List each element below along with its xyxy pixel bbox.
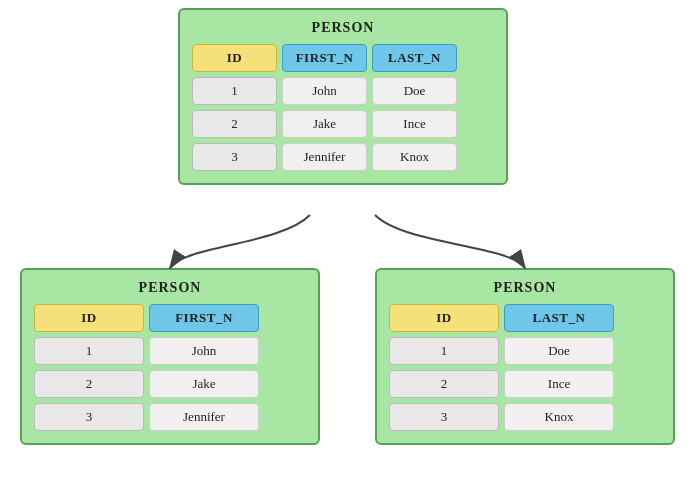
bl-header-row: ID FIRST_N	[34, 304, 306, 332]
bottom-right-table: PERSON ID LAST_N 1 Doe 2 Ince 3 Knox	[375, 268, 675, 445]
br-header-row: ID LAST_N	[389, 304, 661, 332]
top-table: PERSON ID FIRST_N LAST_N 1 John Doe 2 Ja…	[178, 8, 508, 185]
top-header-first: FIRST_N	[282, 44, 367, 72]
bottom-left-table-title: PERSON	[34, 280, 306, 296]
br-r1-id: 1	[389, 337, 499, 365]
top-r1-last: Doe	[372, 77, 457, 105]
br-r3-last: Knox	[504, 403, 614, 431]
top-r3-last: Knox	[372, 143, 457, 171]
bl-r1-first: John	[149, 337, 259, 365]
br-header-id: ID	[389, 304, 499, 332]
bottom-right-table-title: PERSON	[389, 280, 661, 296]
top-table-header-row: ID FIRST_N LAST_N	[192, 44, 494, 72]
bl-r3-first: Jennifer	[149, 403, 259, 431]
top-table-title: PERSON	[192, 20, 494, 36]
top-table-row-3: 3 Jennifer Knox	[192, 143, 494, 171]
br-row-2: 2 Ince	[389, 370, 661, 398]
br-header-last: LAST_N	[504, 304, 614, 332]
bl-row-3: 3 Jennifer	[34, 403, 306, 431]
top-r1-first: John	[282, 77, 367, 105]
top-table-row-2: 2 Jake Ince	[192, 110, 494, 138]
bottom-left-grid: ID FIRST_N 1 John 2 Jake 3 Jennifer	[34, 304, 306, 431]
top-r2-last: Ince	[372, 110, 457, 138]
top-r2-id: 2	[192, 110, 277, 138]
bl-r1-id: 1	[34, 337, 144, 365]
br-row-1: 1 Doe	[389, 337, 661, 365]
bl-header-id: ID	[34, 304, 144, 332]
right-arrow	[375, 215, 525, 268]
top-r3-first: Jennifer	[282, 143, 367, 171]
top-r2-first: Jake	[282, 110, 367, 138]
br-r3-id: 3	[389, 403, 499, 431]
top-r1-id: 1	[192, 77, 277, 105]
br-r2-id: 2	[389, 370, 499, 398]
top-header-last: LAST_N	[372, 44, 457, 72]
diagram-container: PERSON ID FIRST_N LAST_N 1 John Doe 2 Ja…	[0, 0, 700, 501]
top-table-grid: ID FIRST_N LAST_N 1 John Doe 2 Jake Ince…	[192, 44, 494, 171]
top-r3-id: 3	[192, 143, 277, 171]
bl-r2-first: Jake	[149, 370, 259, 398]
bl-header-first: FIRST_N	[149, 304, 259, 332]
left-arrow	[170, 215, 310, 268]
top-header-id: ID	[192, 44, 277, 72]
bl-r3-id: 3	[34, 403, 144, 431]
bl-row-2: 2 Jake	[34, 370, 306, 398]
bl-r2-id: 2	[34, 370, 144, 398]
bl-row-1: 1 John	[34, 337, 306, 365]
br-r1-last: Doe	[504, 337, 614, 365]
bottom-left-table: PERSON ID FIRST_N 1 John 2 Jake 3 Jennif…	[20, 268, 320, 445]
br-row-3: 3 Knox	[389, 403, 661, 431]
br-r2-last: Ince	[504, 370, 614, 398]
top-table-row-1: 1 John Doe	[192, 77, 494, 105]
bottom-right-grid: ID LAST_N 1 Doe 2 Ince 3 Knox	[389, 304, 661, 431]
